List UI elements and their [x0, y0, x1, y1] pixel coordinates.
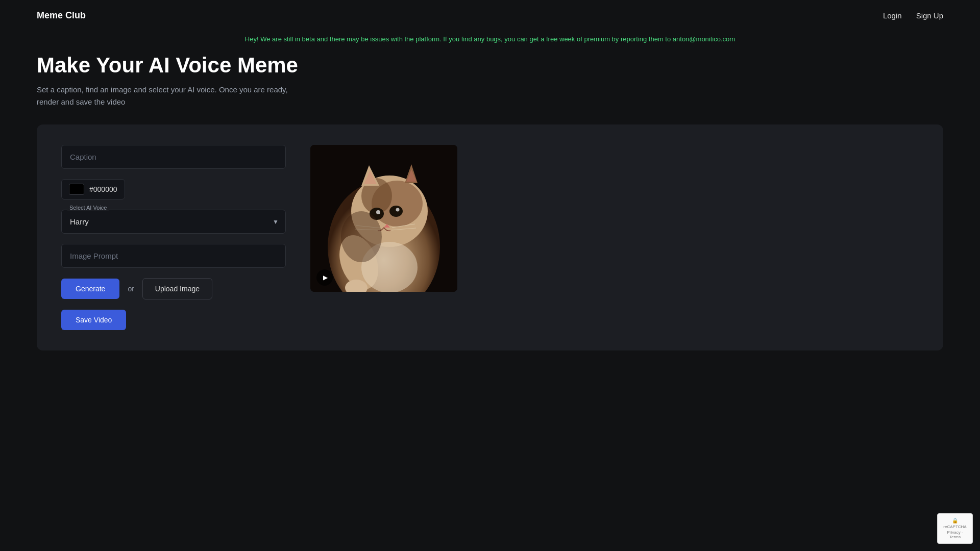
cat-image	[310, 145, 457, 292]
image-preview-container: ▶	[310, 145, 457, 292]
image-preview-section: ▶	[310, 145, 457, 292]
nav-links: Login Sign Up	[883, 11, 943, 20]
ai-voice-select-wrapper: Select AI Voice Harry Adam Emma Josh Rac…	[61, 210, 286, 234]
page-title: Make Your AI Voice Meme	[37, 53, 943, 78]
recaptcha-logo: 🔒	[952, 518, 958, 523]
navbar: Meme Club Login Sign Up	[0, 0, 980, 31]
image-prompt-input[interactable]	[61, 244, 286, 268]
ai-voice-label: Select AI Voice	[67, 205, 109, 211]
login-link[interactable]: Login	[883, 11, 902, 20]
recaptcha-label: reCAPTCHA	[943, 524, 966, 529]
upload-image-button[interactable]: Upload Image	[142, 278, 212, 299]
color-picker-button[interactable]: #000000	[61, 179, 125, 199]
site-logo[interactable]: Meme Club	[37, 10, 86, 21]
color-picker-row: #000000	[61, 179, 286, 199]
meme-creator-card: #000000 Select AI Voice Harry Adam Emma …	[37, 124, 943, 350]
signup-link[interactable]: Sign Up	[916, 11, 943, 20]
recaptcha-badge: 🔒 reCAPTCHA Privacy - Terms	[937, 513, 973, 544]
or-separator: or	[128, 285, 134, 293]
play-button[interactable]: ▶	[316, 269, 333, 286]
beta-banner: Hey! We are still in beta and there may …	[0, 31, 980, 53]
form-section: #000000 Select AI Voice Harry Adam Emma …	[61, 145, 286, 330]
generate-upload-row: Generate or Upload Image	[61, 278, 286, 299]
caption-input[interactable]	[61, 145, 286, 169]
color-hex-value: #000000	[89, 185, 117, 193]
color-swatch	[69, 184, 84, 195]
svg-point-11	[376, 210, 380, 214]
svg-point-21	[341, 211, 382, 262]
page-subtitle: Set a caption, find an image and select …	[37, 84, 292, 108]
play-icon: ▶	[323, 274, 328, 281]
main-content: Make Your AI Voice Meme Set a caption, f…	[0, 53, 980, 350]
save-video-button[interactable]: Save Video	[61, 310, 126, 330]
generate-button[interactable]: Generate	[61, 279, 119, 299]
recaptcha-links: Privacy - Terms	[943, 530, 967, 539]
svg-point-10	[389, 206, 403, 217]
ai-voice-select[interactable]: Harry Adam Emma Josh Rachel	[61, 210, 286, 234]
svg-point-12	[396, 208, 400, 212]
